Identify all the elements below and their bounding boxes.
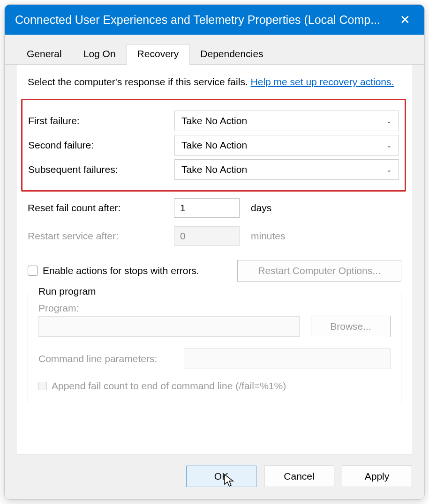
tab-logon[interactable]: Log On	[73, 44, 127, 65]
program-label: Program:	[38, 303, 391, 314]
enable-actions-checkbox[interactable]	[28, 266, 38, 276]
restart-computer-options-button: Restart Computer Options...	[237, 260, 401, 282]
cancel-button[interactable]: Cancel	[264, 466, 334, 487]
properties-dialog: Connected User Experiences and Telemetry…	[4, 4, 425, 500]
cmd-params-input	[184, 348, 391, 369]
ok-button[interactable]: OK	[186, 466, 256, 487]
subsequent-failures-label: Subsequent failures:	[28, 164, 174, 175]
first-failure-label: First failure:	[28, 115, 174, 126]
reset-fail-count-label: Reset fail count after:	[28, 202, 174, 214]
append-fail-count-label: Append fail count to end of command line…	[52, 380, 286, 392]
dialog-button-bar: OK Cancel Apply	[5, 454, 424, 499]
chevron-down-icon: ⌄	[386, 141, 392, 149]
reset-unit: days	[251, 202, 271, 214]
tab-general[interactable]: General	[16, 44, 73, 65]
help-link[interactable]: Help me set up recovery actions.	[251, 76, 394, 87]
chevron-down-icon: ⌄	[386, 166, 392, 173]
second-failure-value: Take No Action	[181, 140, 247, 151]
reset-fail-count-input[interactable]	[174, 198, 240, 218]
window-title: Connected User Experiences and Telemetry…	[15, 13, 392, 27]
close-icon[interactable]: ✕	[392, 13, 418, 27]
chevron-down-icon: ⌄	[386, 117, 392, 125]
failure-highlight: First failure: Take No Action ⌄ Second f…	[21, 99, 406, 192]
apply-button[interactable]: Apply	[342, 466, 412, 487]
tab-strip: General Log On Recovery Dependencies	[5, 35, 424, 65]
intro-static: Select the computer's response if this s…	[28, 76, 251, 87]
first-failure-select[interactable]: Take No Action ⌄	[174, 111, 399, 131]
second-failure-label: Second failure:	[28, 140, 174, 151]
tab-recovery[interactable]: Recovery	[127, 44, 190, 65]
browse-button: Browse...	[311, 316, 391, 337]
intro-text: Select the computer's response if this s…	[28, 75, 401, 89]
recovery-panel: Select the computer's response if this s…	[16, 65, 413, 454]
cmd-params-label: Command line parameters:	[38, 353, 184, 364]
program-input	[38, 316, 300, 337]
enable-actions-label: Enable actions for stops with errors.	[43, 265, 199, 276]
append-fail-count-checkbox	[38, 382, 47, 390]
subsequent-failures-select[interactable]: Take No Action ⌄	[174, 159, 399, 180]
subsequent-failures-value: Take No Action	[181, 164, 247, 175]
run-program-fieldset: Run program Program: Browse... Command l…	[28, 292, 401, 404]
tab-dependencies[interactable]: Dependencies	[189, 44, 274, 65]
restart-unit: minutes	[251, 230, 286, 242]
first-failure-value: Take No Action	[181, 115, 247, 126]
restart-service-label: Restart service after:	[28, 230, 174, 242]
run-program-legend: Run program	[35, 286, 100, 297]
second-failure-select[interactable]: Take No Action ⌄	[174, 135, 399, 156]
restart-service-input	[174, 226, 240, 246]
titlebar: Connected User Experiences and Telemetry…	[5, 5, 424, 35]
